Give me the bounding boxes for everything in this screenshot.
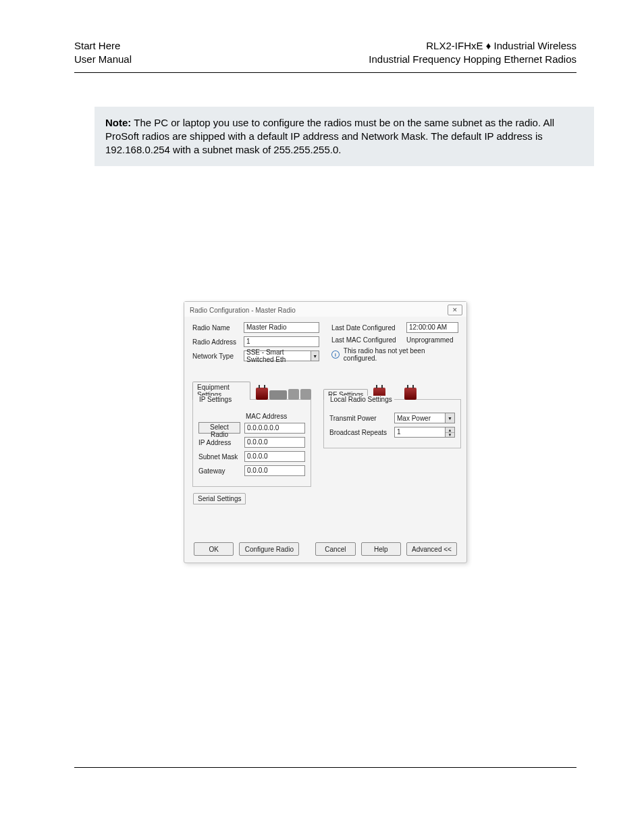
product-code: RLX2-IFHxE <box>426 40 485 51</box>
gateway-input[interactable]: 0.0.0.0 <box>244 465 305 476</box>
header-right-line2: Industrial Frequency Hopping Ethernet Ra… <box>369 53 576 66</box>
switch-icon <box>269 390 287 400</box>
screenshot-wrap: Radio Configuration - Master Radio ✕ Rad… <box>74 301 576 563</box>
chevron-down-icon: ▼ <box>445 413 454 423</box>
header-right: RLX2-IFHxE ♦ Industrial Wireless Industr… <box>369 39 576 67</box>
chevron-down-icon: ▼ <box>311 351 319 361</box>
radio-address-input[interactable]: 1 <box>244 336 319 347</box>
local-radio-fieldset: Local Radio Settings Transmit Power Max … <box>323 399 461 448</box>
serial-port-icon <box>288 389 299 400</box>
select-radio-button[interactable]: Select Radio <box>198 422 240 434</box>
serial-tab-wrap: Serial Settings <box>192 492 311 505</box>
transmit-power-label: Transmit Power <box>329 415 390 422</box>
ip-address-label: IP Address <box>198 439 240 446</box>
network-type-select[interactable]: SSE - Smart Switched Eth ▼ <box>244 350 319 361</box>
info-icon: i <box>331 350 340 359</box>
radio-device-icon-3 <box>404 388 417 400</box>
footer-rule <box>74 767 576 768</box>
equipment-tab-icons <box>256 388 311 400</box>
network-type-label: Network Type <box>192 353 240 360</box>
broadcast-repeats-label: Broadcast Repeats <box>329 429 390 436</box>
equipment-tab-group: Equipment Settings IP Settings MAC Addre… <box>192 385 311 505</box>
help-button[interactable]: Help <box>361 542 401 556</box>
dialog-titlebar: Radio Configuration - Master Radio ✕ <box>184 302 466 317</box>
mac-address-input[interactable]: 0.0.0.0.0.0 <box>244 423 305 434</box>
note-box: Note: The PC or laptop you use to config… <box>95 107 594 167</box>
tabs-row: Equipment Settings IP Settings MAC Addre… <box>192 385 458 505</box>
info-text: This radio has not yet been configured. <box>344 347 458 362</box>
header-left-line1: Start Here <box>74 39 132 53</box>
document-page: Start Here User Manual RLX2-IFHxE ♦ Indu… <box>0 0 644 834</box>
top-left-col: Radio Name Master Radio Radio Address 1 … <box>192 322 319 365</box>
subnet-mask-label: Subnet Mask <box>198 453 240 461</box>
header-right-line1: RLX2-IFHxE ♦ Industrial Wireless <box>369 39 576 53</box>
page-header: Start Here User Manual RLX2-IFHxE ♦ Indu… <box>74 39 576 67</box>
transmit-power-value: Max Power <box>397 415 431 422</box>
spin-down-icon[interactable]: ▼ <box>446 433 454 438</box>
header-rule <box>74 72 576 73</box>
cancel-button[interactable]: Cancel <box>315 542 355 556</box>
spin-up-icon[interactable]: ▲ <box>446 427 454 433</box>
header-left-line2: User Manual <box>74 53 132 66</box>
last-date-value: 12:00:00 AM <box>406 322 458 333</box>
info-row: i This radio has not yet been configured… <box>331 347 458 362</box>
ip-settings-fieldset: IP Settings MAC Address Select Radio 0.0… <box>192 399 311 487</box>
radio-config-dialog: Radio Configuration - Master Radio ✕ Rad… <box>184 301 467 563</box>
dialog-title: Radio Configuration - Master Radio <box>190 307 296 314</box>
radio-device-icon <box>256 388 268 400</box>
local-radio-legend: Local Radio Settings <box>328 396 394 403</box>
subnet-mask-input[interactable]: 0.0.0.0 <box>244 451 305 462</box>
radio-name-input[interactable]: Master Radio <box>244 322 319 333</box>
dialog-button-row: OK Configure Radio Cancel Help Advanced … <box>192 542 458 556</box>
note-text: The PC or laptop you use to configure th… <box>105 117 554 156</box>
ok-button[interactable]: OK <box>194 542 234 556</box>
last-date-label: Last Date Configured <box>331 324 402 332</box>
mac-address-label: MAC Address <box>246 413 305 420</box>
configure-radio-button[interactable]: Configure Radio <box>239 542 299 556</box>
gateway-label: Gateway <box>198 467 240 475</box>
close-button[interactable]: ✕ <box>448 305 462 315</box>
serial-port-icon-2 <box>300 389 311 400</box>
advanced-button[interactable]: Advanced << <box>406 542 457 556</box>
rf-tab-group: RF Settings Local Radio Settings Transmi… <box>323 385 461 505</box>
radio-name-label: Radio Name <box>192 324 240 332</box>
top-right-col: Last Date Configured 12:00:00 AM Last MA… <box>331 322 458 365</box>
network-type-value: SSE - Smart Switched Eth <box>246 348 311 363</box>
dialog-body: Radio Name Master Radio Radio Address 1 … <box>184 317 466 563</box>
product-suffix: Industrial Wireless <box>491 40 576 51</box>
ip-settings-legend: IP Settings <box>197 396 234 403</box>
tab-serial-settings[interactable]: Serial Settings <box>193 493 246 504</box>
header-left: Start Here User Manual <box>74 39 132 67</box>
broadcast-repeats-value: 1 <box>395 427 445 437</box>
transmit-power-select[interactable]: Max Power ▼ <box>394 413 455 423</box>
top-fields: Radio Name Master Radio Radio Address 1 … <box>192 322 458 365</box>
radio-address-label: Radio Address <box>192 338 240 346</box>
note-label: Note: <box>105 117 131 128</box>
broadcast-repeats-spinner[interactable]: 1 ▲ ▼ <box>394 427 455 438</box>
last-mac-value: Unprogrammed <box>406 336 458 344</box>
ip-address-input[interactable]: 0.0.0.0 <box>244 437 305 448</box>
last-mac-label: Last MAC Configured <box>331 336 402 344</box>
